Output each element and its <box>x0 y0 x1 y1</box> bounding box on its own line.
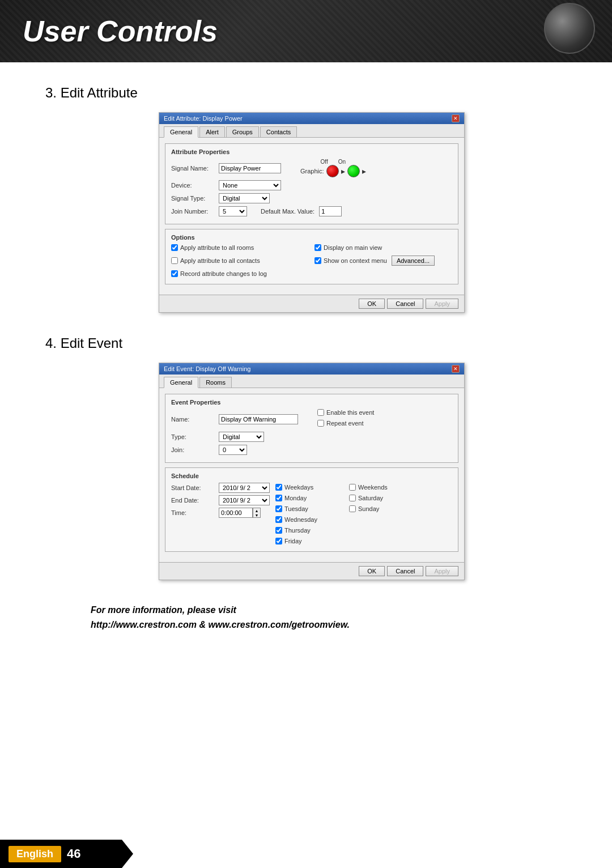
record-changes-checkbox[interactable] <box>171 270 178 277</box>
time-up-arrow[interactable]: ▲ <box>253 508 260 513</box>
cancel-button-2[interactable]: Cancel <box>387 566 423 576</box>
event-name-input[interactable] <box>219 414 298 424</box>
apply-button-2[interactable]: Apply <box>426 566 458 576</box>
ok-button-1[interactable]: OK <box>359 299 385 309</box>
tab-general[interactable]: General <box>164 126 198 138</box>
event-join-row: Join: 0 <box>171 445 452 455</box>
time-label: Time: <box>171 509 216 516</box>
saturday-label: Saturday <box>358 495 383 501</box>
event-type-row: Type: Digital <box>171 432 452 442</box>
section-3: 3. Edit Attribute Edit Attribute: Displa… <box>45 85 567 313</box>
close-icon[interactable]: ✕ <box>452 114 460 122</box>
time-spinner: ▲ ▼ <box>219 508 261 518</box>
footer-page-number: 46 <box>67 846 80 861</box>
footer-info: For more information, please visit http:… <box>45 603 567 643</box>
device-label: Device: <box>171 182 216 189</box>
apply-button-1[interactable]: Apply <box>426 299 458 309</box>
cancel-button-1[interactable]: Cancel <box>387 299 423 309</box>
saturday-checkbox[interactable] <box>349 495 356 501</box>
dialog-tabs: General Alert Groups Contacts <box>159 124 464 138</box>
apply-all-contacts-row: Apply attribute to all contacts <box>171 256 309 266</box>
event-dialog-body: Event Properties Name: Enable this event <box>159 388 464 562</box>
graphic-on-icon <box>347 165 360 177</box>
schedule-group: Schedule Start Date: 2010/ 9/ 2 <box>165 467 458 552</box>
time-down-arrow[interactable]: ▼ <box>253 513 260 517</box>
monday-checkbox[interactable] <box>275 495 282 501</box>
sunday-checkbox[interactable] <box>349 505 356 512</box>
page-header: User Controls <box>0 0 612 62</box>
dialog-titlebar: Edit Attribute: Display Power ✕ <box>159 113 464 124</box>
weekends-checkbox[interactable] <box>349 484 356 491</box>
page-title: User Controls <box>23 14 218 48</box>
footer-language: English <box>8 846 61 862</box>
apply-all-contacts-label: Apply attribute to all contacts <box>180 257 260 264</box>
tab-alert[interactable]: Alert <box>199 126 225 137</box>
enable-event-label: Enable this event <box>326 409 374 416</box>
weekdays-label: Weekdays <box>284 484 313 491</box>
tab-groups[interactable]: Groups <box>226 126 259 137</box>
apply-all-rooms-checkbox[interactable] <box>171 244 178 251</box>
event-join-select[interactable]: 0 <box>219 445 247 455</box>
signal-name-row: Signal Name: Off On Graphic: <box>171 159 452 177</box>
enable-event-checkbox[interactable] <box>317 409 324 416</box>
arrow-icon: ▸ <box>341 167 345 176</box>
device-select[interactable]: None <box>219 180 281 190</box>
schedule-content: Start Date: 2010/ 9/ 2 End Date: 2010/ 9… <box>171 483 452 547</box>
start-date-select[interactable]: 2010/ 9/ 2 <box>219 483 270 493</box>
graphic-off-icon <box>326 165 339 177</box>
signal-type-select[interactable]: Digital <box>219 193 270 203</box>
signal-type-label: Signal Type: <box>171 195 216 202</box>
tuesday-checkbox[interactable] <box>275 505 282 512</box>
end-date-select[interactable]: 2010/ 9/ 2 <box>219 495 270 505</box>
tuesday-row: Tuesday <box>275 505 343 512</box>
event-dialog-tabs: General Rooms <box>159 375 464 388</box>
logo-circle <box>544 3 595 54</box>
friday-row: Friday <box>275 538 343 544</box>
thursday-checkbox[interactable] <box>275 527 282 534</box>
repeat-event-checkbox[interactable] <box>317 420 324 427</box>
thursday-label: Thursday <box>284 527 311 534</box>
wednesday-checkbox[interactable] <box>275 516 282 523</box>
event-type-select[interactable]: Digital <box>219 432 264 442</box>
sunday-label: Sunday <box>358 505 379 512</box>
event-tab-general[interactable]: General <box>164 377 198 388</box>
event-join-label: Join: <box>171 446 216 453</box>
weekdays-checkbox[interactable] <box>275 484 282 491</box>
ok-button-2[interactable]: OK <box>359 566 385 576</box>
group-title: Attribute Properties <box>171 148 452 155</box>
time-spin-arrows: ▲ ▼ <box>253 508 261 518</box>
event-options: Enable this event Repeat event <box>317 409 374 429</box>
show-context-menu-row: Show on context menu Advanced... <box>314 256 452 266</box>
tab-contacts[interactable]: Contacts <box>260 126 297 137</box>
footer-line2: http://www.crestron.com & www.crestron.c… <box>91 618 567 632</box>
section-3-heading: 3. Edit Attribute <box>45 85 567 101</box>
default-max-input[interactable] <box>319 206 342 216</box>
on-label: On <box>338 159 346 165</box>
join-number-row: Join Number: 5 Default Max. Value: <box>171 206 452 216</box>
options-grid: Apply attribute to all rooms Display on … <box>171 244 452 268</box>
arrow-right-icon: ▸ <box>362 167 366 176</box>
event-close-icon[interactable]: ✕ <box>452 365 460 373</box>
show-context-menu-checkbox[interactable] <box>314 257 321 264</box>
apply-all-contacts-checkbox[interactable] <box>171 257 178 264</box>
join-number-select[interactable]: 5 <box>219 206 247 216</box>
day-checkboxes: Weekdays Weekends Monday <box>275 484 394 547</box>
attribute-properties-group: Attribute Properties Signal Name: Off On <box>165 143 458 224</box>
enable-event-row: Enable this event <box>317 409 374 416</box>
start-date-label: Start Date: <box>171 484 216 491</box>
event-name-row: Name: Enable this event Repeat event <box>171 409 452 429</box>
advanced-button[interactable]: Advanced... <box>392 256 435 266</box>
dialog-title: Edit Attribute: Display Power <box>164 115 243 122</box>
wednesday-row: Wednesday <box>275 516 343 523</box>
friday-checkbox[interactable] <box>275 538 282 544</box>
monday-row: Monday <box>275 495 343 501</box>
event-tab-rooms[interactable]: Rooms <box>199 377 232 388</box>
footer-triangle-decoration <box>122 840 133 868</box>
end-date-label: End Date: <box>171 497 216 504</box>
time-input[interactable] <box>219 508 253 518</box>
dialog-footer-2: OK Cancel Apply <box>159 562 464 580</box>
signal-name-input[interactable] <box>219 163 281 173</box>
display-main-view-checkbox[interactable] <box>314 244 321 251</box>
event-dialog-title: Edit Event: Display Off Warning <box>164 365 250 372</box>
show-context-menu-label: Show on context menu <box>324 257 387 264</box>
